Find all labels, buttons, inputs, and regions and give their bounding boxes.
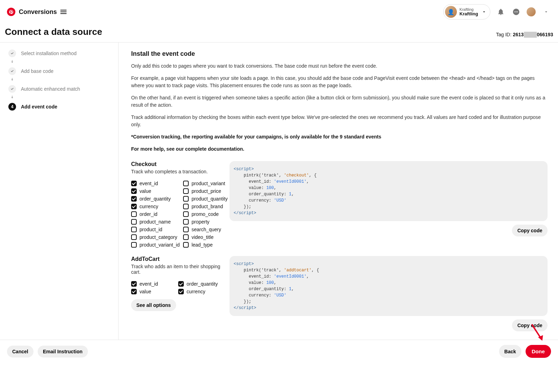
notifications-icon[interactable] — [496, 7, 506, 17]
checkbox-option[interactable]: product_price — [183, 188, 228, 194]
checkbox-option[interactable]: product_variant — [183, 181, 228, 186]
top-bar-right: 👤 Kraftling Kraftling — [443, 4, 551, 20]
checkbox-option[interactable]: currency — [131, 204, 180, 209]
event-addtocart-code-panel: <script> pintrk('track', 'addtocart', { … — [229, 256, 548, 331]
checkbox-option[interactable]: value — [131, 188, 180, 194]
checkmark-icon — [8, 85, 16, 93]
account-switcher[interactable]: 👤 Kraftling Kraftling — [443, 4, 490, 20]
checkbox-option[interactable]: order_id — [131, 211, 180, 217]
avatar: 👤 — [445, 6, 457, 18]
tag-id-mask: ████ — [524, 32, 537, 37]
page-header: Connect a data source Tag ID: 2613████06… — [0, 24, 558, 43]
chevron-down-icon — [482, 9, 487, 14]
user-menu-chevron-icon[interactable] — [541, 7, 551, 17]
main-para-2: For example, a page visit happens when y… — [131, 75, 548, 89]
checkbox-icon — [131, 181, 137, 186]
step-item[interactable]: Add base code — [8, 67, 110, 75]
checkbox-icon — [131, 242, 137, 248]
checkbox-option[interactable]: product_brand — [183, 204, 228, 209]
checkbox-icon — [131, 196, 137, 202]
event-checkout-left: Checkout Track who completes a transacti… — [131, 161, 222, 248]
checkbox-icon — [131, 234, 137, 240]
event-checkout-code: <script> pintrk('track', 'checkout', { e… — [229, 161, 548, 221]
event-addtocart: AddToCart Track who adds an item to thei… — [131, 256, 548, 331]
checkbox-option[interactable]: product_variant_id — [131, 242, 180, 248]
step-label: Automatic enhanced match — [21, 86, 80, 92]
footer-bar: Cancel Email Instruction Back Done — [0, 340, 558, 363]
checkbox-label: product_name — [140, 219, 171, 225]
checkbox-label: property — [191, 219, 209, 225]
messages-icon[interactable] — [511, 7, 521, 17]
tag-id: Tag ID: 2613████066193 — [496, 32, 553, 37]
step-item[interactable]: Select installation method — [8, 50, 110, 57]
checkbox-icon — [183, 242, 189, 248]
hamburger-icon[interactable] — [60, 10, 67, 14]
arrow-down-icon — [10, 95, 110, 101]
checkbox-option[interactable]: lead_type — [183, 242, 228, 248]
checkbox-icon — [183, 219, 189, 225]
checkbox-icon — [131, 227, 137, 232]
copy-code-button[interactable]: Copy code — [512, 225, 548, 236]
checkbox-option[interactable]: product_category — [131, 234, 180, 240]
main-para-5: *Conversion tracking, the reporting avai… — [131, 133, 548, 141]
checkbox-label: product_variant_id — [140, 242, 180, 248]
checkbox-option[interactable]: product_id — [131, 227, 180, 232]
step-number-icon: 4 — [8, 103, 16, 111]
checkbox-option[interactable]: search_query — [183, 227, 228, 232]
checkout-options-grid: event_idproduct_variantvalueproduct_pric… — [131, 181, 222, 248]
checkmark-icon — [8, 50, 16, 57]
checkbox-option[interactable]: promo_code — [183, 211, 228, 217]
checkbox-option[interactable]: event_id — [131, 281, 175, 287]
checkbox-option[interactable]: value — [131, 289, 175, 294]
svg-point-1 — [514, 12, 515, 12]
checkbox-icon — [131, 188, 137, 194]
top-bar: Conversions 👤 Kraftling Kraftling — [0, 0, 558, 24]
step-item[interactable]: Automatic enhanced match — [8, 85, 110, 93]
step-label: Select installation method — [21, 51, 77, 56]
checkbox-icon — [183, 196, 189, 202]
checkbox-label: value — [140, 289, 151, 294]
cancel-button[interactable]: Cancel — [7, 346, 33, 357]
checkbox-label: product_variant — [191, 181, 225, 186]
checkbox-icon — [178, 289, 184, 294]
checkbox-label: currency — [140, 204, 158, 209]
tag-id-suffix: 066193 — [537, 32, 553, 37]
account-text: Kraftling Kraftling — [460, 7, 478, 16]
account-name-big: Kraftling — [460, 12, 478, 16]
back-button[interactable]: Back — [499, 345, 521, 358]
email-instruction-button[interactable]: Email Instruction — [38, 346, 88, 357]
copy-code-button[interactable]: Copy code — [512, 319, 548, 331]
steps-sidebar: Select installation methodAdd base codeA… — [0, 43, 119, 340]
event-checkout: Checkout Track who completes a transacti… — [131, 161, 548, 248]
checkbox-label: search_query — [191, 227, 221, 232]
checkbox-option[interactable]: event_id — [131, 181, 180, 186]
checkbox-option[interactable]: video_title — [183, 234, 228, 240]
checkbox-label: product_category — [140, 234, 177, 240]
checkbox-icon — [183, 227, 189, 232]
checkbox-icon — [131, 281, 137, 287]
checkbox-icon — [131, 219, 137, 225]
checkbox-label: lead_type — [191, 242, 213, 248]
checkbox-label: product_price — [191, 188, 221, 194]
done-button[interactable]: Done — [526, 345, 551, 358]
checkbox-option[interactable]: order_quantity — [131, 196, 180, 202]
addtocart-options-grid: event_idorder_quantityvaluecurrency — [131, 281, 222, 294]
svg-point-3 — [517, 12, 518, 12]
checkbox-option[interactable]: product_name — [131, 219, 180, 225]
checkbox-option[interactable]: property — [183, 219, 228, 225]
event-checkout-code-panel: <script> pintrk('track', 'checkout', { e… — [229, 161, 548, 236]
step-item[interactable]: 4Add event code — [8, 103, 110, 111]
checkbox-option[interactable]: currency — [178, 289, 222, 294]
app-name: Conversions — [19, 8, 57, 16]
tag-id-prefix: 2613 — [513, 32, 523, 37]
checkbox-option[interactable]: order_quantity — [178, 281, 222, 287]
step-label: Add event code — [21, 104, 57, 110]
see-all-options-button[interactable]: See all options — [131, 299, 176, 311]
main-para-3: On the other hand, if an event is trigge… — [131, 94, 548, 109]
checkmark-icon — [8, 67, 16, 75]
checkbox-option[interactable]: product_quantity — [183, 196, 228, 202]
checkbox-icon — [131, 204, 137, 209]
user-avatar-small[interactable] — [527, 7, 536, 16]
main-para-6: For more help, see our complete document… — [131, 145, 548, 153]
content-area: Select installation methodAdd base codeA… — [0, 43, 558, 340]
